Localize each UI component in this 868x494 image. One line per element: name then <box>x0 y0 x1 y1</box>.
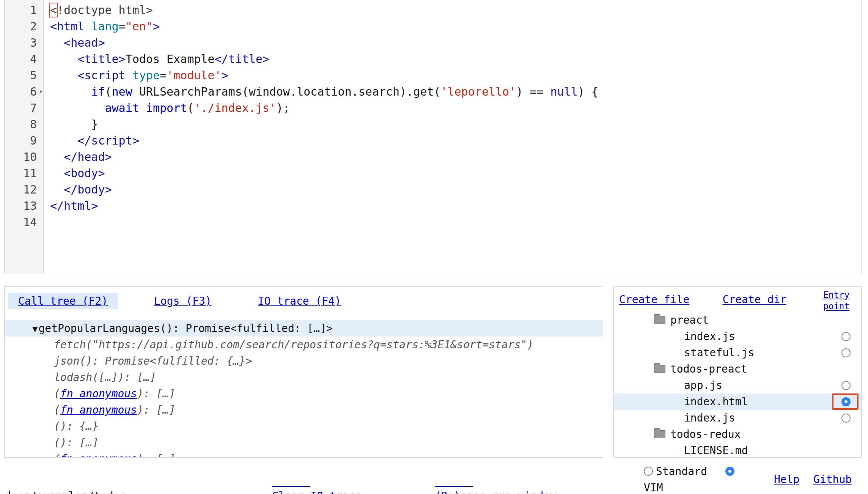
line-number: 12 <box>5 181 43 198</box>
clear-io-trace-button[interactable]: Clear IO trace (F6) <box>272 463 362 494</box>
call-tree-panel: Call tree (F2)Logs (F3)IO trace (F4) ▼ge… <box>4 286 603 458</box>
file-name: index.js <box>684 412 735 424</box>
line-number: 9 <box>5 132 43 149</box>
token-text: ( <box>187 101 194 115</box>
token-attr: type <box>132 69 160 82</box>
token-attr: lang <box>91 20 118 33</box>
call-tree-row[interactable]: fetch("https://api.github.com/search/rep… <box>5 337 603 353</box>
fold-marker-icon[interactable]: ▾ <box>39 88 43 95</box>
standard-keybinding-radio[interactable] <box>644 467 653 476</box>
dir-row-todos-redux[interactable]: todos-redux <box>614 426 861 442</box>
create-dir-button[interactable]: Create dir <box>722 291 786 308</box>
create-file-button[interactable]: Create file <box>619 291 689 308</box>
code-line[interactable]: <body> <box>50 165 861 181</box>
vim-keybinding-radio[interactable] <box>725 467 734 476</box>
anonymous-fn-link[interactable]: fn anonymous <box>60 387 137 400</box>
code-line[interactable]: <!doctype html> <box>50 2 861 18</box>
token-kw: new <box>112 85 132 98</box>
file-row-index-js[interactable]: index.js <box>614 410 861 426</box>
token-text <box>126 69 132 82</box>
reopen-run-window-button[interactable]: (Re)open run window (F7) <box>435 463 556 494</box>
code-line[interactable]: await import('./index.js'); <box>50 100 861 116</box>
file-panel: Create file Create dir Entry point preac… <box>613 286 862 458</box>
token-text <box>50 134 77 147</box>
code-line[interactable]: <script type='module'> <box>50 67 861 83</box>
file-name: LICENSE.md <box>684 444 748 457</box>
code-line[interactable]: </html> <box>50 198 861 214</box>
tab-call-tree-f2[interactable]: Call tree (F2) <box>8 293 118 309</box>
call-tree-row[interactable]: (fn anonymous): […] <box>5 451 603 458</box>
token-str: "en" <box>126 20 153 33</box>
tab-logs-f3[interactable]: Logs (F3) <box>144 293 222 309</box>
token-text <box>50 69 77 82</box>
token-text <box>543 85 550 98</box>
github-link[interactable]: Github <box>813 471 852 488</box>
line-number: 1 <box>5 2 43 18</box>
anonymous-fn-link[interactable]: fn anonymous <box>60 404 137 416</box>
token-tag: > <box>153 20 160 33</box>
token-tag: > <box>222 69 228 82</box>
code-line[interactable]: </head> <box>50 149 861 165</box>
token-op: == <box>530 85 543 98</box>
dir-row-preact[interactable]: preact <box>614 312 861 328</box>
call-tree-row[interactable]: json(): Promise<fulfilled: {…}> <box>5 353 603 369</box>
code-line[interactable]: } <box>50 116 861 132</box>
token-text: ( <box>105 85 112 98</box>
entry-point-radio[interactable] <box>841 381 851 390</box>
line-number: 4 <box>5 51 43 67</box>
file-name: index.html <box>684 395 748 408</box>
line-number: 11 <box>5 165 43 181</box>
token-text: ); <box>276 101 290 115</box>
file-row-license-md[interactable]: LICENSE.md <box>614 442 861 458</box>
code-line[interactable] <box>50 214 861 230</box>
call-tree-row[interactable]: (fn anonymous): […] <box>5 402 603 418</box>
dir-name: todos-redux <box>670 428 741 441</box>
token-tag: <title> <box>77 52 125 66</box>
vim-keybinding-label: VIM <box>644 480 734 494</box>
token-tag: </body> <box>64 183 112 196</box>
line-number: 3 <box>5 35 43 51</box>
file-row-stateful-js[interactable]: stateful.js <box>614 345 861 361</box>
line-number: 8 <box>5 116 43 132</box>
file-row-app-js[interactable]: app.js <box>614 377 861 393</box>
code-editor[interactable]: 123456▾7891011121314 <!doctype html><htm… <box>4 0 862 274</box>
token-text <box>84 20 91 33</box>
expand-arrow-icon[interactable]: ▼ <box>32 324 38 334</box>
code-line[interactable]: <title>Todos Example</title> <box>50 51 861 67</box>
token-kw: await <box>105 101 139 115</box>
code-line[interactable]: </script> <box>50 132 861 149</box>
anonymous-fn-link[interactable]: fn anonymous <box>60 453 137 458</box>
entry-point-radio[interactable] <box>841 332 851 341</box>
entry-point-radio[interactable] <box>841 348 851 357</box>
entry-point-radio[interactable] <box>841 414 851 423</box>
token-tag: </script> <box>77 134 139 147</box>
dir-name: todos-preact <box>670 363 747 375</box>
folder-icon <box>654 316 665 324</box>
folder-icon <box>654 365 665 373</box>
token-meta-cursor: < <box>50 3 57 17</box>
dir-row-todos-preact[interactable]: todos-preact <box>614 361 861 377</box>
code-line[interactable]: </body> <box>50 181 861 198</box>
code-area[interactable]: <!doctype html><html lang="en"> <head> <… <box>44 0 861 274</box>
help-link[interactable]: Help <box>774 471 799 488</box>
token-tag: </head> <box>64 150 112 164</box>
status-bar: docs/examples/todos- preact/index.html C… <box>0 458 868 494</box>
entry-point-radio[interactable] <box>841 397 851 406</box>
file-row-index-html[interactable]: index.html <box>614 393 861 410</box>
token-text: ) <box>516 85 530 98</box>
tab-io-trace-f4[interactable]: IO trace (F4) <box>248 293 351 309</box>
call-tree-row[interactable]: ▼getPopularLanguages(): Promise<fulfille… <box>5 320 603 337</box>
code-line[interactable]: <head> <box>50 35 861 51</box>
call-tree-row[interactable]: (): […] <box>5 434 603 451</box>
code-line[interactable]: <html lang="en"> <box>50 18 861 35</box>
standard-keybinding-label: Standard <box>656 465 707 478</box>
token-text: = <box>119 20 126 33</box>
line-number: 13 <box>5 198 43 214</box>
call-tree-row[interactable]: (fn anonymous): […] <box>5 385 603 402</box>
call-tree-row[interactable]: (): {…} <box>5 418 603 434</box>
code-line[interactable]: if(new URLSearchParams(window.location.s… <box>50 83 861 100</box>
line-number: 7 <box>5 100 43 116</box>
call-tree-row[interactable]: lodash([…]): […] <box>5 369 603 385</box>
file-row-index-js[interactable]: index.js <box>614 328 861 345</box>
token-tag: </html> <box>50 199 98 212</box>
